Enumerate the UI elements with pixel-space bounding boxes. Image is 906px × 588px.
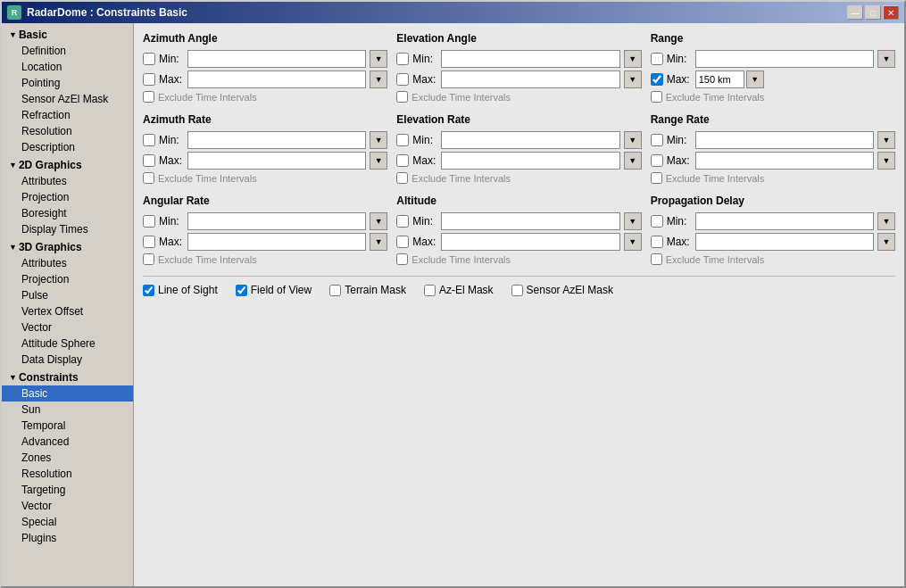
sidebar-item-zones[interactable]: Zones — [2, 450, 133, 466]
close-button[interactable]: ✕ — [883, 5, 899, 20]
range-rate-max-checkbox[interactable] — [651, 154, 663, 167]
propagation-delay-min-dropdown[interactable]: ▼ — [877, 212, 895, 230]
sidebar-item-display-times[interactable]: Display Times — [2, 221, 133, 237]
elevation-rate-min-input[interactable] — [441, 131, 619, 149]
sensor-azel-mask-checkbox[interactable] — [511, 285, 523, 296]
sidebar-item-pointing[interactable]: Pointing — [2, 75, 133, 91]
altitude-exclude-checkbox[interactable] — [396, 253, 408, 265]
elevation-rate-exclude-checkbox[interactable] — [396, 172, 408, 184]
sidebar-item-vertex-offset[interactable]: Vertex Offset — [2, 303, 133, 319]
sidebar-item-attitude-sphere[interactable]: Attitude Sphere — [2, 335, 133, 352]
azimuth-rate-max-dropdown[interactable]: ▼ — [370, 152, 387, 170]
elevation-angle-min-checkbox[interactable] — [396, 53, 409, 65]
elevation-angle-max-dropdown[interactable]: ▼ — [624, 70, 642, 88]
sidebar-item-refraction[interactable]: Refraction — [2, 107, 133, 123]
elevation-angle-max-input[interactable] — [441, 70, 619, 88]
propagation-delay-max-checkbox[interactable] — [651, 236, 663, 248]
sidebar-item-data-display[interactable]: Data Display — [2, 352, 133, 368]
azimuth-rate-exclude-checkbox[interactable] — [143, 172, 154, 184]
range-min-dropdown[interactable]: ▼ — [877, 50, 895, 68]
propagation-delay-max-input[interactable] — [695, 233, 874, 251]
sidebar-item-pulse[interactable]: Pulse — [2, 287, 133, 303]
minimize-button[interactable]: — — [847, 5, 863, 20]
altitude-min-input[interactable] — [441, 212, 619, 230]
azimuth-angle-max-input[interactable] — [187, 70, 366, 88]
angular-rate-max-input[interactable] — [187, 233, 366, 251]
azimuth-angle-min-checkbox[interactable] — [143, 53, 155, 65]
azimuth-angle-max-dropdown[interactable]: ▼ — [370, 70, 387, 88]
range-max-dropdown[interactable]: ▼ — [746, 70, 764, 88]
altitude-max-input[interactable] — [441, 233, 619, 251]
sidebar-item-sun[interactable]: Sun — [2, 402, 133, 418]
range-rate-exclude-checkbox[interactable] — [651, 172, 662, 184]
altitude-max-dropdown[interactable]: ▼ — [624, 233, 642, 251]
range-rate-max-dropdown[interactable]: ▼ — [877, 152, 895, 170]
altitude-min-dropdown[interactable]: ▼ — [624, 212, 642, 230]
sidebar-item-boresight[interactable]: Boresight — [2, 205, 133, 221]
elevation-angle-min-dropdown[interactable]: ▼ — [624, 50, 642, 68]
elevation-angle-min-input[interactable] — [441, 50, 619, 68]
sidebar-group-header-basic[interactable]: Basic — [2, 27, 133, 43]
maximize-button[interactable]: □ — [865, 5, 881, 20]
sidebar-item-2d-attributes[interactable]: Attributes — [2, 173, 133, 189]
sidebar-item-description[interactable]: Description — [2, 139, 133, 155]
propagation-delay-exclude-checkbox[interactable] — [651, 253, 662, 265]
sidebar-group-header-constraints[interactable]: Constraints — [2, 369, 133, 385]
sidebar-item-3d-attributes[interactable]: Attributes — [2, 255, 133, 271]
propagation-delay-min-input[interactable] — [695, 212, 874, 230]
elevation-rate-min-dropdown[interactable]: ▼ — [624, 131, 642, 149]
azimuth-rate-max-checkbox[interactable] — [143, 154, 155, 167]
azimuth-angle-max-checkbox[interactable] — [143, 73, 155, 86]
elevation-rate-max-input[interactable] — [441, 152, 619, 170]
angular-rate-max-checkbox[interactable] — [143, 236, 155, 248]
sidebar-item-3d-projection[interactable]: Projection — [2, 271, 133, 287]
azimuth-angle-min-input[interactable] — [187, 50, 366, 68]
sidebar-item-constraints-vector[interactable]: Vector — [2, 498, 133, 514]
range-min-checkbox[interactable] — [651, 53, 663, 65]
sidebar-item-constraints-resolution[interactable]: Resolution — [2, 466, 133, 482]
altitude-min-checkbox[interactable] — [396, 215, 409, 228]
angular-rate-max-dropdown[interactable]: ▼ — [370, 233, 387, 251]
sidebar-item-targeting[interactable]: Targeting — [2, 482, 133, 498]
propagation-delay-max-dropdown[interactable]: ▼ — [877, 233, 895, 251]
elevation-angle-max-checkbox[interactable] — [396, 73, 409, 86]
sidebar-item-constraints-basic[interactable]: Basic — [2, 385, 133, 402]
sidebar-item-2d-projection[interactable]: Projection — [2, 189, 133, 205]
angular-rate-exclude-checkbox[interactable] — [143, 253, 154, 265]
line-of-sight-checkbox[interactable] — [143, 285, 154, 296]
sidebar-item-special[interactable]: Special — [2, 514, 133, 530]
range-rate-max-input[interactable] — [695, 152, 874, 170]
sidebar-item-sensor-azel-mask[interactable]: Sensor AzEl Mask — [2, 91, 133, 107]
range-exclude-checkbox[interactable] — [651, 91, 662, 103]
range-min-input[interactable] — [695, 50, 874, 68]
range-max-checkbox[interactable] — [651, 73, 663, 86]
azimuth-rate-min-checkbox[interactable] — [143, 134, 155, 146]
elevation-angle-exclude-checkbox[interactable] — [396, 91, 408, 103]
sidebar-item-location[interactable]: Location — [2, 59, 133, 75]
range-rate-min-dropdown[interactable]: ▼ — [877, 131, 895, 149]
elevation-rate-max-dropdown[interactable]: ▼ — [624, 152, 642, 170]
sidebar-item-temporal[interactable]: Temporal — [2, 418, 133, 434]
azimuth-rate-min-input[interactable] — [187, 131, 366, 149]
az-el-mask-checkbox[interactable] — [424, 285, 436, 296]
azimuth-angle-min-dropdown[interactable]: ▼ — [370, 50, 387, 68]
angular-rate-min-checkbox[interactable] — [143, 215, 155, 228]
sidebar-item-definition[interactable]: Definition — [2, 43, 133, 59]
range-rate-min-checkbox[interactable] — [651, 134, 663, 146]
angular-rate-min-dropdown[interactable]: ▼ — [370, 212, 387, 230]
altitude-max-checkbox[interactable] — [396, 236, 409, 248]
propagation-delay-min-checkbox[interactable] — [651, 215, 663, 228]
range-rate-min-input[interactable] — [695, 131, 874, 149]
angular-rate-min-input[interactable] — [187, 212, 366, 230]
elevation-rate-max-checkbox[interactable] — [396, 154, 409, 167]
azimuth-rate-min-dropdown[interactable]: ▼ — [370, 131, 387, 149]
sidebar-group-header-2dgraphics[interactable]: 2D Graphics — [2, 157, 133, 173]
azimuth-angle-exclude-checkbox[interactable] — [143, 91, 154, 103]
sidebar-item-vector[interactable]: Vector — [2, 319, 133, 335]
elevation-rate-min-checkbox[interactable] — [396, 134, 409, 146]
range-max-value-input[interactable] — [695, 70, 744, 88]
sidebar-item-resolution[interactable]: Resolution — [2, 123, 133, 139]
sidebar-item-advanced[interactable]: Advanced — [2, 434, 133, 450]
sidebar-group-header-3dgraphics[interactable]: 3D Graphics — [2, 239, 133, 255]
azimuth-rate-max-input[interactable] — [187, 152, 366, 170]
